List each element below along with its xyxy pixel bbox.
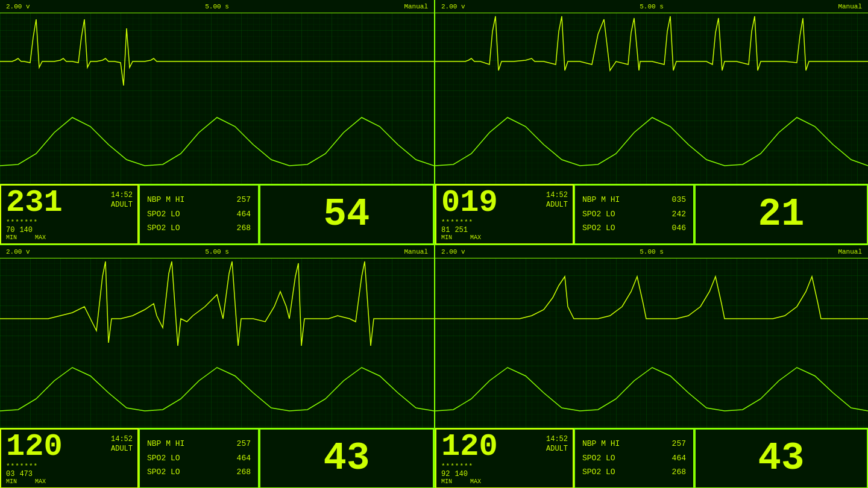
time-adult-top-right: 14:52 ADULT: [546, 190, 568, 211]
nbp-row1-bottom-left: NBP M HI 257: [147, 437, 251, 451]
voltage-bottom-right: 2.00 v: [441, 248, 465, 255]
vital-box-top-left: 14:52 ADULT 231 ******* 70 140 MIN MAX: [0, 184, 139, 245]
big-value-top-left: 54: [259, 184, 434, 245]
data-row-bottom-left: 14:52 ADULT 120 ******* 03 473 MIN MAX: [0, 428, 434, 488]
nbp-row3-bottom-left: SPO2 LO 268: [147, 465, 251, 479]
nbp-box-bottom-right: NBP M HI 257 SPO2 LO 464 SPO2 LO 268: [574, 428, 694, 489]
mode-left: Manual: [404, 3, 428, 10]
voltage-bottom-left: 2.00 v: [6, 248, 30, 255]
label-top-left: MIN MAX: [6, 234, 133, 241]
nbp-row2-bottom-right: SPO2 LO 464: [582, 451, 686, 465]
ecg-waveform-top-left: [0, 13, 434, 110]
mode-bottom-left: Manual: [404, 248, 428, 255]
stars-top-left: *******: [6, 219, 133, 226]
mode-bottom-right: Manual: [838, 248, 862, 255]
vital-box-bottom-left: 14:52 ADULT 120 ******* 03 473 MIN MAX: [0, 428, 139, 489]
time-bottom-right: 5.00 s: [640, 248, 664, 255]
time-adult-bottom-right: 14:52 ADULT: [546, 434, 568, 455]
nbp-box-top-right: NBP M HI 035 SPO2 LO 242 SPO2 LO 046: [574, 184, 694, 245]
big-value-bottom-right: 43: [694, 428, 868, 489]
monitor: 2.00 v 5.00 s Manual 14:52 ADULT 231 ***…: [0, 0, 868, 488]
voltage-right: 2.00 v: [441, 3, 465, 10]
ecg-waveform-bottom-left: [0, 258, 434, 361]
range-bottom-left: 03 473: [6, 470, 133, 478]
big-value-bottom-left: 43: [259, 428, 434, 489]
spo2-waveform-bottom-right: [435, 357, 868, 426]
nbp-row1-top-left: NBP M HI 257: [147, 193, 251, 207]
top-left-panel: 2.00 v 5.00 s Manual 14:52 ADULT 231 ***…: [0, 0, 434, 244]
vital-box-bottom-right: 14:52 ADULT 120 ******* 92 140 MIN MAX: [435, 428, 574, 489]
bottom-left-header: 2.00 v 5.00 s Manual: [0, 245, 434, 258]
spo2-waveform-top-left: [0, 105, 434, 184]
label-bottom-left: MIN MAX: [6, 478, 133, 485]
range-top-left: 70 140: [6, 226, 133, 234]
data-row-top-left: 14:52 ADULT 231 ******* 70 140 MIN MAX: [0, 184, 434, 244]
bottom-right-header: 2.00 v 5.00 s Manual: [435, 245, 868, 258]
nbp-row3-bottom-right: SPO2 LO 268: [582, 465, 686, 479]
top-right-panel: 2.00 v 5.00 s Manual 14:52 ADULT 019 ***…: [435, 0, 868, 244]
label-bottom-right: MIN MAX: [441, 478, 568, 485]
nbp-row3-top-left: SPO2 LO 268: [147, 221, 251, 235]
data-row-top-right: 14:52 ADULT 019 ******* 81 251 MIN MAX: [435, 184, 868, 244]
spo2-waveform-top-right: [435, 105, 868, 184]
range-bottom-right: 92 140: [441, 470, 568, 478]
mode-right: Manual: [838, 3, 862, 10]
nbp-row2-top-left: SPO2 LO 464: [147, 207, 251, 221]
top-right-header: 2.00 v 5.00 s Manual: [435, 0, 868, 13]
time-right: 5.00 s: [640, 3, 664, 10]
bottom-right-panel: 2.00 v 5.00 s Manual 14:52 ADULT 120 ***…: [435, 245, 868, 488]
nbp-row1-top-right: NBP M HI 035: [582, 193, 686, 207]
horizontal-divider: [0, 244, 868, 245]
nbp-box-top-left: NBP M HI 257 SPO2 LO 464 SPO2 LO 268: [139, 184, 259, 245]
time-bottom-left: 5.00 s: [205, 248, 229, 255]
voltage-left: 2.00 v: [6, 3, 30, 10]
stars-top-right: *******: [441, 219, 568, 226]
stars-bottom-left: *******: [6, 463, 133, 470]
nbp-row3-top-right: SPO2 LO 046: [582, 221, 686, 235]
top-left-header: 2.00 v 5.00 s Manual: [0, 0, 434, 13]
ecg-waveform-top-right: [435, 13, 868, 110]
time-adult-top-left: 14:52 ADULT: [111, 190, 133, 211]
nbp-row2-bottom-left: SPO2 LO 464: [147, 451, 251, 465]
label-top-right: MIN MAX: [441, 234, 568, 241]
vital-box-top-right: 14:52 ADULT 019 ******* 81 251 MIN MAX: [435, 184, 574, 245]
ecg-waveform-bottom-right: [435, 258, 868, 361]
range-top-right: 81 251: [441, 226, 568, 234]
nbp-row2-top-right: SPO2 LO 242: [582, 207, 686, 221]
nbp-row1-bottom-right: NBP M HI 257: [582, 437, 686, 451]
nbp-box-bottom-left: NBP M HI 257 SPO2 LO 464 SPO2 LO 268: [139, 428, 259, 489]
stars-bottom-right: *******: [441, 463, 568, 470]
bottom-left-panel: 2.00 v 5.00 s Manual 14:52 ADULT 120 ***…: [0, 245, 434, 488]
time-adult-bottom-left: 14:52 ADULT: [111, 434, 133, 455]
time-left: 5.00 s: [205, 3, 229, 10]
big-value-top-right: 21: [694, 184, 868, 245]
data-row-bottom-right: 14:52 ADULT 120 ******* 92 140 MIN MAX: [435, 428, 868, 488]
spo2-waveform-bottom-left: [0, 357, 434, 426]
